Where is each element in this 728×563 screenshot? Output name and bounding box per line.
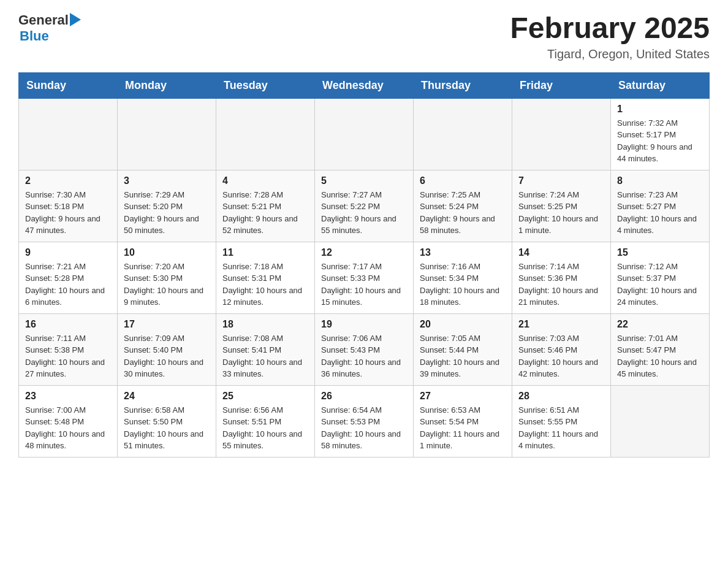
day-number: 21	[518, 319, 604, 330]
day-info: Sunrise: 7:21 AM Sunset: 5:28 PM Dayligh…	[25, 261, 111, 308]
calendar-cell	[216, 98, 315, 170]
day-info: Sunrise: 7:09 AM Sunset: 5:40 PM Dayligh…	[124, 332, 210, 380]
header-day-sunday: Sunday	[19, 72, 118, 98]
day-number: 24	[124, 391, 210, 402]
calendar-cell: 4Sunrise: 7:28 AM Sunset: 5:21 PM Daylig…	[216, 170, 315, 242]
day-info: Sunrise: 7:11 AM Sunset: 5:38 PM Dayligh…	[25, 332, 111, 380]
calendar-cell	[315, 98, 414, 170]
day-number: 4	[222, 175, 308, 186]
header-day-saturday: Saturday	[611, 72, 710, 98]
calendar-cell: 13Sunrise: 7:16 AM Sunset: 5:34 PM Dayli…	[414, 242, 512, 313]
day-info: Sunrise: 7:25 AM Sunset: 5:24 PM Dayligh…	[420, 189, 506, 237]
day-number: 23	[25, 391, 111, 402]
page-header: General Blue February 2025 Tigard, Orego…	[18, 12, 710, 61]
calendar-cell: 15Sunrise: 7:12 AM Sunset: 5:37 PM Dayli…	[611, 242, 710, 313]
header-day-monday: Monday	[118, 72, 216, 98]
calendar-cell	[414, 98, 512, 170]
calendar-cell	[19, 98, 118, 170]
day-info: Sunrise: 7:08 AM Sunset: 5:41 PM Dayligh…	[222, 332, 308, 380]
day-info: Sunrise: 7:16 AM Sunset: 5:34 PM Dayligh…	[420, 261, 506, 308]
day-number: 2	[25, 175, 111, 186]
calendar-cell: 11Sunrise: 7:18 AM Sunset: 5:31 PM Dayli…	[216, 242, 315, 313]
day-number: 18	[222, 319, 308, 330]
month-title: February 2025	[510, 12, 710, 45]
week-row-1: 1Sunrise: 7:32 AM Sunset: 5:17 PM Daylig…	[19, 98, 710, 170]
day-number: 17	[124, 319, 210, 330]
day-info: Sunrise: 6:58 AM Sunset: 5:50 PM Dayligh…	[124, 404, 210, 452]
day-number: 25	[222, 391, 308, 402]
day-info: Sunrise: 7:23 AM Sunset: 5:27 PM Dayligh…	[617, 189, 703, 237]
calendar-cell: 8Sunrise: 7:23 AM Sunset: 5:27 PM Daylig…	[611, 170, 710, 242]
day-number: 27	[420, 391, 506, 402]
day-info: Sunrise: 6:54 AM Sunset: 5:53 PM Dayligh…	[321, 404, 407, 452]
day-number: 20	[420, 319, 506, 330]
logo-general-text: General	[18, 12, 69, 28]
calendar-cell: 6Sunrise: 7:25 AM Sunset: 5:24 PM Daylig…	[414, 170, 512, 242]
week-row-2: 2Sunrise: 7:30 AM Sunset: 5:18 PM Daylig…	[19, 170, 710, 242]
day-info: Sunrise: 7:28 AM Sunset: 5:21 PM Dayligh…	[222, 189, 308, 237]
calendar-cell: 19Sunrise: 7:06 AM Sunset: 5:43 PM Dayli…	[315, 313, 414, 385]
logo: General Blue	[18, 12, 81, 44]
day-info: Sunrise: 7:30 AM Sunset: 5:18 PM Dayligh…	[25, 189, 111, 237]
day-info: Sunrise: 7:06 AM Sunset: 5:43 PM Dayligh…	[321, 332, 407, 380]
calendar-cell: 1Sunrise: 7:32 AM Sunset: 5:17 PM Daylig…	[611, 98, 710, 170]
day-number: 11	[222, 247, 308, 258]
title-block: February 2025 Tigard, Oregon, United Sta…	[510, 12, 710, 61]
header-day-friday: Friday	[512, 72, 611, 98]
day-info: Sunrise: 7:05 AM Sunset: 5:44 PM Dayligh…	[420, 332, 506, 380]
calendar-cell: 18Sunrise: 7:08 AM Sunset: 5:41 PM Dayli…	[216, 313, 315, 385]
day-number: 26	[321, 391, 407, 402]
day-number: 8	[617, 175, 703, 186]
day-number: 14	[518, 247, 604, 258]
calendar-cell: 28Sunrise: 6:51 AM Sunset: 5:55 PM Dayli…	[512, 385, 611, 457]
calendar-cell: 25Sunrise: 6:56 AM Sunset: 5:51 PM Dayli…	[216, 385, 315, 457]
day-info: Sunrise: 7:01 AM Sunset: 5:47 PM Dayligh…	[617, 332, 703, 380]
svg-marker-0	[70, 13, 81, 26]
location-title: Tigard, Oregon, United States	[510, 47, 710, 61]
day-number: 5	[321, 175, 407, 186]
day-number: 6	[420, 175, 506, 186]
day-number: 10	[124, 247, 210, 258]
calendar-cell: 7Sunrise: 7:24 AM Sunset: 5:25 PM Daylig…	[512, 170, 611, 242]
day-info: Sunrise: 7:18 AM Sunset: 5:31 PM Dayligh…	[222, 261, 308, 308]
calendar-cell: 27Sunrise: 6:53 AM Sunset: 5:54 PM Dayli…	[414, 385, 512, 457]
logo-blue-text: Blue	[20, 28, 49, 44]
header-day-wednesday: Wednesday	[315, 72, 414, 98]
day-number: 1	[617, 104, 703, 115]
calendar-cell: 20Sunrise: 7:05 AM Sunset: 5:44 PM Dayli…	[414, 313, 512, 385]
day-number: 7	[518, 175, 604, 186]
calendar-cell: 12Sunrise: 7:17 AM Sunset: 5:33 PM Dayli…	[315, 242, 414, 313]
calendar-cell: 14Sunrise: 7:14 AM Sunset: 5:36 PM Dayli…	[512, 242, 611, 313]
calendar-cell	[611, 385, 710, 457]
day-number: 28	[518, 391, 604, 402]
day-info: Sunrise: 7:27 AM Sunset: 5:22 PM Dayligh…	[321, 189, 407, 237]
day-number: 9	[25, 247, 111, 258]
day-info: Sunrise: 7:17 AM Sunset: 5:33 PM Dayligh…	[321, 261, 407, 308]
calendar-cell: 5Sunrise: 7:27 AM Sunset: 5:22 PM Daylig…	[315, 170, 414, 242]
header-day-thursday: Thursday	[414, 72, 512, 98]
day-number: 16	[25, 319, 111, 330]
day-info: Sunrise: 7:24 AM Sunset: 5:25 PM Dayligh…	[518, 189, 604, 237]
day-number: 12	[321, 247, 407, 258]
calendar-cell: 10Sunrise: 7:20 AM Sunset: 5:30 PM Dayli…	[118, 242, 216, 313]
calendar-cell: 26Sunrise: 6:54 AM Sunset: 5:53 PM Dayli…	[315, 385, 414, 457]
calendar-cell: 22Sunrise: 7:01 AM Sunset: 5:47 PM Dayli…	[611, 313, 710, 385]
day-info: Sunrise: 6:56 AM Sunset: 5:51 PM Dayligh…	[222, 404, 308, 452]
calendar-cell	[512, 98, 611, 170]
header-row: SundayMondayTuesdayWednesdayThursdayFrid…	[19, 72, 710, 98]
day-number: 22	[617, 319, 703, 330]
day-info: Sunrise: 6:53 AM Sunset: 5:54 PM Dayligh…	[420, 404, 506, 452]
calendar-cell: 3Sunrise: 7:29 AM Sunset: 5:20 PM Daylig…	[118, 170, 216, 242]
calendar-header: SundayMondayTuesdayWednesdayThursdayFrid…	[19, 72, 710, 98]
calendar-cell: 23Sunrise: 7:00 AM Sunset: 5:48 PM Dayli…	[19, 385, 118, 457]
day-number: 15	[617, 247, 703, 258]
logo-flag-icon	[70, 13, 81, 26]
calendar-cell: 21Sunrise: 7:03 AM Sunset: 5:46 PM Dayli…	[512, 313, 611, 385]
header-day-tuesday: Tuesday	[216, 72, 315, 98]
calendar-table: SundayMondayTuesdayWednesdayThursdayFrid…	[18, 72, 710, 458]
calendar-cell: 16Sunrise: 7:11 AM Sunset: 5:38 PM Dayli…	[19, 313, 118, 385]
day-info: Sunrise: 7:32 AM Sunset: 5:17 PM Dayligh…	[617, 117, 703, 165]
calendar-cell: 17Sunrise: 7:09 AM Sunset: 5:40 PM Dayli…	[118, 313, 216, 385]
day-info: Sunrise: 7:29 AM Sunset: 5:20 PM Dayligh…	[124, 189, 210, 237]
calendar-cell	[118, 98, 216, 170]
